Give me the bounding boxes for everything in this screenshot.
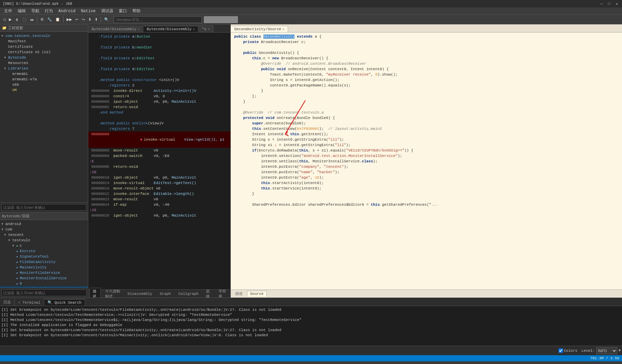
- toolbar-btn-2[interactable]: ▶: [7, 17, 13, 22]
- tab-close-icon[interactable]: ✕: [138, 27, 139, 31]
- menu-edit[interactable]: 编辑: [15, 8, 29, 14]
- toolbar-btn-14[interactable]: 🔍: [103, 17, 110, 22]
- menu-action[interactable]: 行为: [42, 8, 56, 14]
- tab-hex[interactable]: 十六进制制式: [102, 288, 123, 298]
- tree-label: x86: [12, 83, 19, 87]
- tab-graph[interactable]: Graph: [157, 291, 174, 297]
- tree-label: Encryto: [20, 249, 35, 253]
- tree-item-package[interactable]: ▼ com.tencent.testvuln: [0, 33, 88, 39]
- log-entry: [I] Set breakpoint on bytecode=Lcom/tenc…: [1, 333, 621, 338]
- tree-item-c-class[interactable]: ▼●c: [0, 243, 88, 248]
- toolbar-btn-3[interactable]: ⏸: [14, 17, 20, 22]
- tab-hierarchy[interactable]: 层级: [203, 288, 214, 298]
- maximize-button[interactable]: □: [607, 2, 612, 6]
- toolbar-btn-8[interactable]: 📋: [54, 17, 61, 22]
- tree-item-manifest[interactable]: Manifest: [0, 39, 88, 44]
- close-button[interactable]: ✕: [614, 2, 619, 6]
- window-controls[interactable]: — □ ✕: [599, 2, 619, 6]
- tab-log[interactable]: 日志: [0, 299, 15, 306]
- tree-item-cert[interactable]: Certificate: [0, 44, 88, 49]
- menu-help[interactable]: 帮助: [130, 8, 143, 14]
- toolbar-btn-4[interactable]: ⬛: [21, 17, 28, 22]
- tab-disassembly-description[interactable]: 描述: [90, 288, 101, 298]
- tab-quick-search[interactable]: 🔍 Quick Search: [44, 299, 85, 306]
- toolbar-btn-9[interactable]: ▶▶: [65, 17, 73, 22]
- tree-item-encryto[interactable]: ●Encryto: [0, 248, 88, 254]
- toolbar-btn-5[interactable]: ⏭: [29, 17, 35, 22]
- source-code-area[interactable]: public class SecondActivity extends a { …: [231, 33, 622, 289]
- tab-strings[interactable]: 字符串: [215, 288, 229, 298]
- tab-bytecode-disassembly-2[interactable]: Bytecode/Disassembly ✕: [143, 26, 198, 32]
- tree-item-vm[interactable]: VM: [0, 87, 88, 93]
- project-search-input[interactable]: [1, 204, 87, 211]
- source-line: String s = intent0.getAction();: [233, 77, 619, 83]
- minimize-button[interactable]: —: [599, 2, 604, 6]
- toolbar-btn-6[interactable]: ⚙: [39, 17, 45, 22]
- tree-item-armeabi[interactable]: armeabi: [0, 71, 88, 77]
- code-line: .registers 7: [88, 126, 230, 132]
- tree-label: armeabi-v7a: [12, 77, 37, 81]
- right-panel: SecondActivity/Source ✕ public class Sec…: [231, 24, 622, 298]
- tree-label: MoniterFileService: [20, 271, 60, 275]
- tab-terminal[interactable]: ⚡ Terminal: [15, 299, 44, 306]
- menu-navigate[interactable]: 导航: [29, 8, 42, 14]
- tree-item-x86[interactable]: x86: [0, 82, 88, 87]
- source-line: @Override // com.tencent.testvuln.a: [233, 110, 619, 115]
- code-line: .field private b:Handler: [88, 45, 230, 50]
- tree-label: Certificate #2 (v2): [8, 50, 51, 54]
- project-tree[interactable]: ▼ com.tencent.testvuln Manifest Certific…: [0, 32, 88, 202]
- tab-source[interactable]: Source: [247, 291, 267, 297]
- code-line: 0000000Ereturn-void: [88, 164, 230, 169]
- source-line: Toast.makeText(context0, "myReceiver rec…: [233, 72, 619, 77]
- tree-item-r[interactable]: ●R: [0, 281, 88, 286]
- tab-close-icon[interactable]: ✕: [193, 27, 194, 31]
- menu-debugger[interactable]: 调试器: [98, 8, 116, 14]
- source-line: [233, 45, 619, 50]
- menu-window[interactable]: 窗口: [116, 8, 130, 14]
- menu-android[interactable]: Android: [56, 9, 78, 14]
- tab-source-description[interactable]: 描述: [232, 290, 246, 297]
- tree-item-filedataactivity[interactable]: ●FileDataActivity: [0, 259, 88, 265]
- tab-second-activity-source[interactable]: SecondActivity/Source ✕: [231, 26, 288, 32]
- menu-native[interactable]: Native: [78, 9, 98, 14]
- tree-item-bytecode[interactable]: ▼ Bytecode: [0, 55, 88, 60]
- tab-close-icon[interactable]: ✕: [283, 27, 284, 31]
- log-entry: [I] Set breakpoint on bytecode=Lcom/tenc…: [1, 328, 621, 333]
- level-select[interactable]: INFO DEBUG WARN ERROR: [596, 347, 617, 354]
- tree-item-libraries[interactable]: ▼ Libraries: [0, 66, 88, 71]
- tree-item-testvuln[interactable]: ▼testvuln: [0, 238, 88, 243]
- bytecode-search-input[interactable]: [1, 289, 87, 296]
- toolbar-btn-10[interactable]: ↩: [74, 17, 80, 22]
- omnibox-input[interactable]: [114, 16, 202, 23]
- tab-close-icon[interactable]: ✕: [208, 27, 209, 31]
- toolbar-btn-7[interactable]: 🔧: [46, 17, 53, 22]
- tree-item-signaturetool[interactable]: ●SignatureTool: [0, 254, 88, 259]
- tab-4s[interactable]: ⁴s ✕: [199, 25, 213, 32]
- toolbar-btn-1[interactable]: ◁: [1, 17, 7, 22]
- tab-disassembly[interactable]: Disassembly: [125, 291, 155, 297]
- left-panel: 📁 工程视窗 ▼ com.tencent.testvuln Manifest: [0, 24, 88, 298]
- bottom-tab-bar: 日志 ⚡ Terminal 🔍 Quick Search: [0, 298, 622, 306]
- tab-bytecode-disassembly-1[interactable]: Bytecode/Disassembly ✕: [88, 26, 143, 32]
- tree-label: com: [5, 227, 12, 231]
- tree-item-com[interactable]: ▼com: [0, 227, 88, 232]
- run-button[interactable]: [204, 16, 238, 23]
- tree-item-armeabi-v7a[interactable]: armeabi-v7a: [0, 77, 88, 82]
- tree-item-cert2[interactable]: Certificate #2 (v2): [0, 49, 88, 55]
- tree-item-moniterinstallservice[interactable]: ●MoniterInstallService: [0, 276, 88, 281]
- tree-item-moniterfileservice[interactable]: ●MoniterFileService: [0, 270, 88, 276]
- tree-item-android[interactable]: ▼android: [0, 221, 88, 227]
- colors-checkbox-input[interactable]: [559, 348, 563, 353]
- tree-item-tencent[interactable]: ▼tencent: [0, 232, 88, 238]
- bytecode-tree[interactable]: ▼android ▼com ▼tencent ▼testvuln ▼●c ●En…: [0, 220, 88, 288]
- center-code-area[interactable]: .field private a:Button .field private b…: [88, 33, 230, 289]
- toolbar-btn-12[interactable]: ⬇: [87, 17, 93, 22]
- toolbar-btn-11[interactable]: ↪: [80, 17, 86, 22]
- tab-callgraph[interactable]: Callgraph: [175, 291, 202, 297]
- tree-label: c: [20, 244, 22, 248]
- menu-file[interactable]: 文件: [1, 8, 15, 14]
- tree-item-resources[interactable]: Resources: [0, 60, 88, 66]
- tree-expand-icon: ▼: [1, 34, 5, 38]
- toolbar-btn-13[interactable]: ⬆: [93, 17, 99, 22]
- tree-item-mainactivity[interactable]: ●MainActivity: [0, 265, 88, 270]
